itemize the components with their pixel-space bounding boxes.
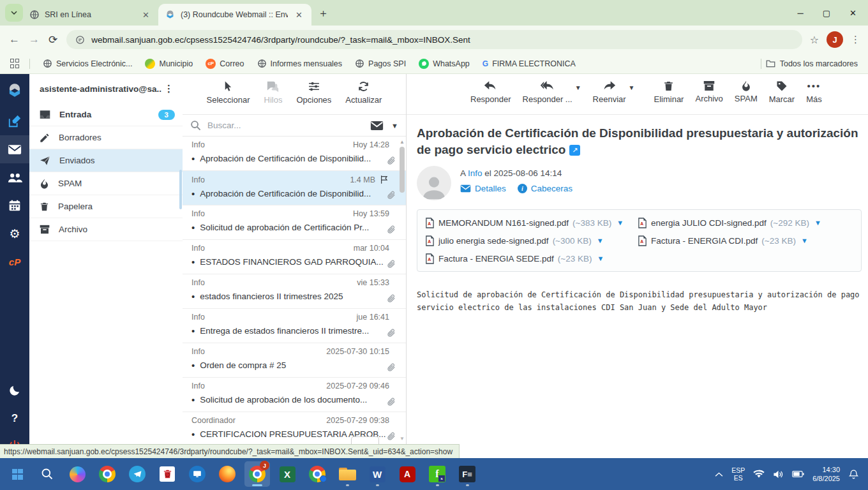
headers-link[interactable]: i Cabeceras (518, 184, 572, 193)
new-tab-button[interactable]: ＋ (318, 6, 329, 20)
copilot-button[interactable] (64, 461, 90, 487)
reload-button[interactable]: ⟳ (49, 33, 57, 47)
attachment-chip[interactable]: A Factura - ENERGIA SEDE.pdf (~23 KB) ▼ (425, 251, 638, 266)
recipient-link[interactable]: Info (468, 168, 483, 178)
attachment-menu-icon[interactable]: ▼ (801, 237, 808, 244)
scrollbar-thumb[interactable] (400, 147, 405, 193)
scroll-up-icon[interactable]: ▲ (400, 139, 405, 145)
wifi-icon[interactable] (753, 470, 765, 479)
file-explorer-button[interactable] (334, 461, 360, 487)
attachment-chip[interactable]: A Factura - ENERGIA CDI.pdf (~23 KB) ▼ (638, 233, 853, 248)
message-row[interactable]: Info2025-07-29 09:46 •Solicitud de aprob… (183, 378, 406, 412)
address-bar[interactable]: webmail.sanjuan.gob.ec/cpsess1525424746/… (66, 30, 802, 49)
forward-button[interactable]: Reenviar (593, 80, 626, 104)
select-button[interactable]: Seleccionar (207, 80, 250, 105)
search-input[interactable] (207, 121, 370, 130)
cpanel-icon[interactable]: cP (0, 248, 29, 276)
tab-close-icon[interactable]: ✕ (293, 9, 305, 21)
mail-nav-icon[interactable] (0, 135, 29, 163)
tab-sri[interactable]: SRI en Línea ✕ (23, 4, 158, 26)
contacts-nav-icon[interactable] (0, 163, 29, 191)
browser-menu-icon[interactable]: ⋮ (851, 34, 860, 45)
spam-button[interactable]: SPAM (735, 80, 758, 103)
bookmark-municipio[interactable]: Municipio (145, 59, 193, 69)
options-button[interactable]: Opciones (296, 80, 331, 105)
notification-bell-icon[interactable] (848, 469, 859, 480)
attachment-menu-icon[interactable]: ▼ (597, 255, 604, 262)
firefox-button[interactable] (214, 461, 240, 487)
refresh-button[interactable]: Actualizar (345, 80, 382, 105)
message-row[interactable]: InfoHoy 13:59 •Solicitud de aprobación d… (183, 205, 406, 240)
message-row[interactable]: Infovie 15:33 •estados financieros II tr… (183, 274, 406, 309)
window-maximize-button[interactable]: ▢ (823, 8, 830, 18)
reply-button[interactable]: Responder (470, 80, 511, 104)
window-minimize-button[interactable]: ─ (798, 8, 804, 18)
bookmark-firma[interactable]: G FIRMA ELECTRONICA (483, 59, 576, 68)
bookmark-pagos-spi[interactable]: Pagos SPI (355, 59, 406, 68)
word-button[interactable]: W (364, 461, 390, 487)
tab-roundcube[interactable]: (3) Roundcube Webmail :: Envia ✕ (158, 4, 311, 26)
app-f-dark-button[interactable]: F≡ (454, 461, 480, 487)
battery-icon[interactable] (792, 470, 804, 478)
message-row[interactable]: InfoHoy 14:28 •Aprobación de Certificaci… (183, 137, 406, 171)
attachment-menu-icon[interactable]: ▼ (814, 219, 821, 226)
taskbar-clock[interactable]: 14:30 6/8/2025 (812, 465, 840, 483)
all-bookmarks-button[interactable]: Todos los marcadores (761, 59, 858, 69)
delete-button[interactable]: Eliminar (654, 80, 684, 104)
sidebar-item-borradores[interactable]: Borradores (29, 126, 183, 149)
settings-gear-icon[interactable]: ⚙ (0, 219, 29, 248)
sidebar-item-enviados[interactable]: Enviados (29, 149, 183, 172)
account-menu-icon[interactable]: ⋮ (161, 83, 176, 94)
taskbar-search-button[interactable] (34, 461, 60, 487)
search-options-chevron-icon[interactable]: ▼ (391, 122, 398, 130)
search-scope-mail-icon[interactable] (370, 121, 384, 131)
list-scrollbar[interactable]: ▲ ▼ (398, 137, 406, 458)
calendar-nav-icon[interactable] (0, 191, 29, 219)
app-f-green-button[interactable]: fx (424, 461, 450, 487)
reply-all-button[interactable]: Responder ... (523, 80, 572, 104)
chrome-button[interactable] (94, 461, 120, 487)
archive-button[interactable]: Archivo (695, 80, 722, 103)
site-settings-icon[interactable] (75, 35, 85, 45)
start-button[interactable] (4, 461, 30, 487)
message-row[interactable]: Info2025-07-30 10:15 •Orden de compra # … (183, 343, 406, 378)
sidebar-item-spam[interactable]: SPAM (29, 172, 183, 195)
remote-desktop-button[interactable] (184, 461, 210, 487)
scroll-down-icon[interactable]: ▼ (400, 436, 405, 442)
recycle-app-button[interactable] (154, 461, 180, 487)
profile-avatar[interactable]: J (827, 31, 843, 48)
attachment-menu-icon[interactable]: ▼ (597, 237, 604, 244)
back-button[interactable]: ← (9, 33, 20, 46)
reply-dropdown-icon[interactable]: ▼ (575, 84, 581, 91)
bookmark-star-icon[interactable]: ☆ (810, 34, 819, 46)
external-link-icon[interactable]: ↗ (569, 145, 580, 156)
folder-scrollbar[interactable] (179, 170, 182, 209)
more-button[interactable]: ••• Más (806, 80, 822, 104)
window-close-button[interactable]: ✕ (849, 8, 857, 18)
bookmark-servicios[interactable]: Servicios Electrónic... (43, 59, 132, 68)
telegram-button[interactable] (124, 461, 150, 487)
acrobat-button[interactable]: A (394, 461, 420, 487)
attachment-chip[interactable]: A julio energia sede-signed.pdf (~300 KB… (425, 233, 638, 248)
message-row[interactable]: Infomar 10:04 •ESTADOS FINANCIEROS GAD P… (183, 240, 406, 274)
sidebar-item-archivo[interactable]: Archivo (29, 218, 183, 241)
help-icon[interactable]: ? (0, 405, 29, 433)
bookmark-informes[interactable]: Informes mensuales (257, 59, 343, 68)
details-link[interactable]: Detalles (460, 184, 506, 193)
attachment-chip[interactable]: A energia JULIO CDI-signed.pdf (~292 KB)… (638, 215, 853, 230)
bookmark-whatsapp[interactable]: WhatsApp (419, 59, 470, 69)
tab-close-icon[interactable]: ✕ (140, 9, 152, 21)
dark-mode-icon[interactable] (0, 376, 29, 405)
excel-button[interactable]: X (274, 461, 300, 487)
sidebar-item-entrada[interactable]: Entrada 3 (29, 103, 183, 126)
mark-button[interactable]: Marcar (769, 80, 795, 104)
bookmark-correo[interactable]: cP Correo (206, 59, 244, 69)
message-row-selected[interactable]: Info1.4 MB •Aprobación de Certificación … (183, 171, 406, 205)
speaker-icon[interactable] (773, 470, 784, 479)
tray-chevron-icon[interactable] (715, 471, 723, 477)
forward-dropdown-icon[interactable]: ▼ (629, 84, 635, 91)
chrome-profile-button[interactable]: J (244, 461, 270, 487)
tab-search-button[interactable] (5, 4, 23, 22)
forward-button[interactable]: → (29, 33, 40, 46)
message-row[interactable]: Infojue 16:41 •Entrega de estados financ… (183, 309, 406, 343)
